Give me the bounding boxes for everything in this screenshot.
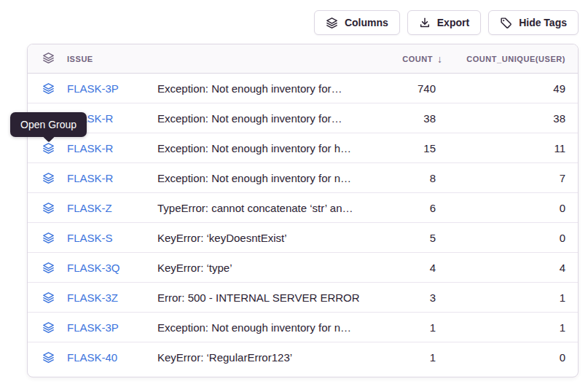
table-row: FLASK-3P Exception: Not enough inventory… xyxy=(28,74,578,103)
stack-icon[interactable] xyxy=(42,291,55,304)
count-value: 5 xyxy=(359,232,447,244)
table-row: FLASK-R Exception: Not enough inventory … xyxy=(28,133,578,163)
sort-desc-arrow-icon: ↓ xyxy=(437,53,442,65)
page: Columns Export Hide Tags xyxy=(0,0,588,392)
issue-cell: FLASK-Z xyxy=(28,202,157,214)
stack-icon[interactable] xyxy=(42,351,55,364)
stack-icon[interactable] xyxy=(42,202,55,214)
table-row: FLASK-R Exception: Not enough inventory … xyxy=(28,103,578,133)
issue-title: TypeError: cannot concatenate ‘str’ an… xyxy=(157,202,359,214)
stack-icon[interactable] xyxy=(42,172,55,184)
issue-link[interactable]: FLASK-R xyxy=(67,142,113,154)
issue-title: Exception: Not enough inventory for h… xyxy=(157,142,359,154)
count-unique-value: 1 xyxy=(447,291,578,304)
count-column-header[interactable]: COUNT ↓ xyxy=(358,53,447,65)
count-value: 1 xyxy=(359,321,447,334)
count-unique-value: 0 xyxy=(447,202,578,214)
columns-button[interactable]: Columns xyxy=(314,10,400,35)
issue-link[interactable]: FLASK-Z xyxy=(67,202,112,214)
issue-link[interactable]: FLASK-3P xyxy=(67,321,119,334)
issue-title: Exception: Not enough inventory for n… xyxy=(157,321,359,334)
tooltip-label: Open Group xyxy=(20,119,77,130)
count-unique-value: 1 xyxy=(447,321,578,334)
open-group-tooltip: Open Group xyxy=(10,112,87,137)
count-unique-column-header[interactable]: COUNT_UNIQUE(USER) xyxy=(447,55,578,63)
issue-cell: FLASK-40 xyxy=(28,351,157,364)
table-row: FLASK-R Exception: Not enough inventory … xyxy=(28,163,578,193)
count-value: 4 xyxy=(359,262,447,274)
stack-icon xyxy=(42,52,55,66)
table-row: FLASK-S KeyError: ‘keyDoesntExist’ 5 0 xyxy=(28,223,578,253)
issue-cell: FLASK-3P xyxy=(28,82,157,95)
issue-title: KeyError: ‘type’ xyxy=(157,262,359,274)
tag-icon xyxy=(500,17,512,29)
issue-link[interactable]: FLASK-40 xyxy=(67,351,117,364)
issue-cell: FLASK-3Z xyxy=(28,291,157,304)
issue-title: KeyError: ‘keyDoesntExist’ xyxy=(157,232,359,244)
table-header-row: ISSUE COUNT ↓ COUNT_UNIQUE(USER) xyxy=(28,44,578,74)
issue-link[interactable]: FLASK-3P xyxy=(67,82,119,95)
table-row: FLASK-3Q KeyError: ‘type’ 4 4 xyxy=(28,253,578,283)
issue-link[interactable]: FLASK-3Z xyxy=(67,291,118,304)
count-unique-column-label: COUNT_UNIQUE(USER) xyxy=(466,55,565,63)
count-unique-value: 0 xyxy=(447,232,578,244)
issue-cell: FLASK-3Q xyxy=(28,262,157,274)
issue-link[interactable]: FLASK-S xyxy=(67,232,113,244)
count-value: 740 xyxy=(359,82,447,95)
count-value: 38 xyxy=(359,112,447,125)
count-unique-value: 4 xyxy=(447,262,578,274)
stack-icon[interactable] xyxy=(42,232,55,244)
count-value: 6 xyxy=(359,202,447,214)
count-column-label: COUNT xyxy=(402,55,433,63)
count-value: 8 xyxy=(359,172,447,184)
stack-icon[interactable] xyxy=(42,262,55,274)
issue-column-label: ISSUE xyxy=(67,55,93,63)
issue-title: Exception: Not enough inventory for n… xyxy=(157,172,359,184)
count-value: 1 xyxy=(359,351,447,364)
stack-icon[interactable] xyxy=(42,142,55,154)
stack-icon[interactable] xyxy=(42,82,55,95)
stack-icon xyxy=(326,17,338,29)
table-row: FLASK-40 KeyError: ‘RegularError123’ 1 0 xyxy=(28,342,578,372)
count-unique-value: 38 xyxy=(447,112,578,125)
table-row: FLASK-3Z Error: 500 - INTERNAL SERVER ER… xyxy=(28,283,578,313)
issue-cell: FLASK-S xyxy=(28,232,157,244)
hide-tags-button[interactable]: Hide Tags xyxy=(488,10,579,35)
count-value: 15 xyxy=(359,142,447,154)
export-button-label: Export xyxy=(437,17,469,28)
table-row: FLASK-Z TypeError: cannot concatenate ‘s… xyxy=(28,193,578,223)
issue-title: Error: 500 - INTERNAL SERVER ERROR xyxy=(157,291,359,304)
count-value: 3 xyxy=(359,291,447,304)
table-body: FLASK-3P Exception: Not enough inventory… xyxy=(28,74,578,372)
count-unique-value: 0 xyxy=(447,351,578,364)
columns-button-label: Columns xyxy=(345,17,388,28)
issue-title: Exception: Not enough inventory for… xyxy=(157,112,359,125)
toolbar: Columns Export Hide Tags xyxy=(314,10,579,35)
issue-title: KeyError: ‘RegularError123’ xyxy=(157,351,359,364)
issue-column-header[interactable]: ISSUE xyxy=(28,52,358,66)
download-icon xyxy=(419,17,431,28)
issue-link[interactable]: FLASK-R xyxy=(67,172,113,184)
count-unique-value: 11 xyxy=(447,142,578,154)
issue-cell: FLASK-R xyxy=(28,142,157,154)
results-table: ISSUE COUNT ↓ COUNT_UNIQUE(USER) FLASK-3… xyxy=(27,44,579,377)
hide-tags-button-label: Hide Tags xyxy=(519,17,567,28)
count-unique-value: 49 xyxy=(447,82,578,95)
table-row: FLASK-3P Exception: Not enough inventory… xyxy=(28,313,578,342)
issue-title: Exception: Not enough inventory for… xyxy=(157,82,359,95)
stack-icon[interactable] xyxy=(42,321,55,334)
count-unique-value: 7 xyxy=(447,172,578,184)
issue-cell: FLASK-3P xyxy=(28,321,157,334)
issue-link[interactable]: FLASK-3Q xyxy=(67,262,120,274)
issue-cell: FLASK-R xyxy=(28,172,157,184)
export-button[interactable]: Export xyxy=(407,10,481,35)
